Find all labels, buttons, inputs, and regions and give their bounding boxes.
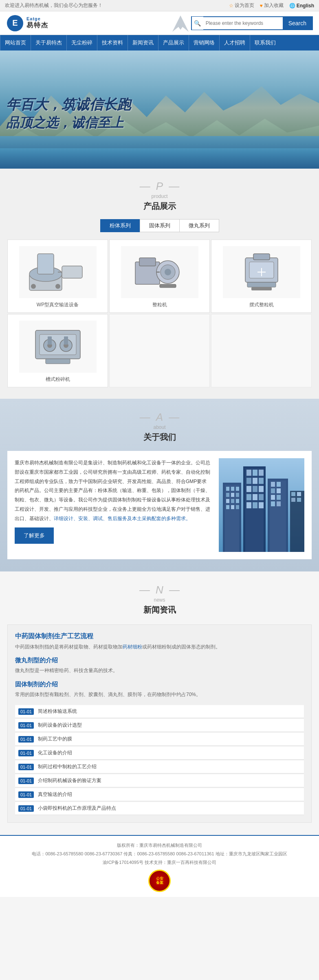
svg-rect-38 xyxy=(226,493,229,497)
nav-home[interactable]: 网站首页 xyxy=(0,35,31,51)
news-link-5[interactable]: 介绍制药机械设备的验证方案 xyxy=(38,777,101,784)
svg-rect-25 xyxy=(46,359,70,364)
date-2: 01-01 xyxy=(18,736,34,743)
svg-rect-37 xyxy=(236,487,239,491)
news-desc-3: 常用的固体剂型有颗粒剂、片剂、胶囊剂、滴丸剂、膜剂等，在药物制剂中约占70%。 xyxy=(15,690,304,699)
news-dash-left: — xyxy=(139,584,150,596)
svg-rect-69 xyxy=(277,488,281,493)
nav-tech[interactable]: 技术资料 xyxy=(97,35,128,51)
svg-rect-36 xyxy=(231,487,234,491)
search-input[interactable] xyxy=(203,17,283,29)
svg-rect-61 xyxy=(246,502,251,508)
news-link-0[interactable]: 简述粉体输送系统 xyxy=(38,708,77,715)
nav-contact[interactable]: 联系我们 xyxy=(250,35,280,51)
news-header: — N — news 新闻资讯 xyxy=(7,584,312,615)
news-section: — N — news 新闻资讯 中药固体制剂生产工艺流程 中药固体制剂指的是将药… xyxy=(0,571,319,835)
products-dash-right: — xyxy=(169,180,179,193)
date-1: 01-01 xyxy=(18,722,34,729)
star-icon: ☆ xyxy=(229,3,233,9)
svg-rect-77 xyxy=(291,498,295,502)
svg-rect-52 xyxy=(246,478,251,484)
search-box: 🔍 Search xyxy=(191,16,313,30)
news-title-2[interactable]: 微丸剂型的介绍 xyxy=(15,657,304,664)
tab-pellet[interactable]: 微丸系列 xyxy=(179,219,219,232)
about-header: — A — about 关于我们 xyxy=(7,411,312,443)
welcome-text: 欢迎进入易特杰机械，我们会尽心为您服务！ xyxy=(5,2,103,9)
svg-rect-51 xyxy=(259,470,264,476)
svg-rect-42 xyxy=(231,499,234,503)
svg-rect-30 xyxy=(48,336,52,345)
svg-rect-75 xyxy=(291,492,295,496)
product-card-4[interactable]: 槽式粉碎机 xyxy=(7,314,108,387)
news-en: news xyxy=(7,597,312,603)
product-img-4 xyxy=(19,321,97,373)
news-link-2[interactable]: 制药工艺中的膜 xyxy=(38,736,72,743)
list-item-5[interactable]: 01-01 介绍制药机械设备的验证方案 xyxy=(15,774,304,787)
products-en: product xyxy=(7,193,312,199)
list-item-1[interactable]: 01-01 制药设备的设计选型 xyxy=(15,719,304,732)
nav-recruit[interactable]: 人才招聘 xyxy=(220,35,250,51)
product-name-4: 槽式粉碎机 xyxy=(46,376,70,383)
svg-rect-41 xyxy=(226,499,229,503)
product-card-3[interactable]: 摆式整粒机 xyxy=(211,240,312,313)
about-image xyxy=(219,458,304,552)
svg-rect-53 xyxy=(253,478,257,484)
nav-marketing[interactable]: 营销网络 xyxy=(189,35,220,51)
list-item-3[interactable]: 01-01 化工设备的介绍 xyxy=(15,747,304,760)
nav-about[interactable]: 关于易特杰 xyxy=(31,35,67,51)
product-name-1: WP型真空输送设备 xyxy=(37,301,79,308)
news-article-3: 固体制剂的介绍 常用的固体剂型有颗粒剂、片剂、胶囊剂、滴丸剂、膜剂等，在药物制剂… xyxy=(15,681,304,699)
svg-text:E: E xyxy=(12,18,18,27)
products-letter: P xyxy=(156,180,163,193)
language-selector[interactable]: 🌐 English xyxy=(289,3,314,9)
svg-rect-67 xyxy=(277,482,281,487)
news-link-6[interactable]: 真空输送的介绍 xyxy=(38,791,72,798)
about-text-area: 重庆市易特杰机械制造有限公司是集设计、制造制药机械和化工设备于一体的企业。公司总… xyxy=(15,458,211,552)
learn-more-button[interactable]: 了解更多 xyxy=(15,527,54,544)
svg-rect-20 xyxy=(251,287,272,290)
news-link-1[interactable]: 制药设备的设计选型 xyxy=(38,722,82,729)
list-item-0[interactable]: 01-01 简述粉体输送系统 xyxy=(15,705,304,718)
list-item-4[interactable]: 01-01 制药过程中制粒的工艺介绍 xyxy=(15,760,304,773)
svg-rect-73 xyxy=(277,501,281,506)
news-link-4[interactable]: 制药过程中制粒的工艺介绍 xyxy=(38,763,97,770)
hero-banner: 年百大，筑诚信长跑 品顶之选，诚信至上 xyxy=(0,51,319,169)
set-home-link[interactable]: ☆ 设为首页 xyxy=(229,2,254,9)
top-bar: 欢迎进入易特杰机械，我们会尽心为您服务！ ☆ 设为首页 ♥ 加入收藏 🌐 Eng… xyxy=(0,0,319,11)
svg-rect-72 xyxy=(271,501,275,506)
news-title-3[interactable]: 固体制剂的介绍 xyxy=(15,681,304,688)
product-card-1[interactable]: WP型真空输送设备 xyxy=(7,240,108,313)
product-card-2[interactable]: 整粒机 xyxy=(109,240,210,313)
products-header: — P — product 产品展示 xyxy=(7,180,312,212)
list-item-7[interactable]: 01-01 小袋即投料机的工作原理及产品特点 xyxy=(15,802,304,815)
svg-rect-76 xyxy=(297,492,301,496)
main-nav: 网站首页 关于易特杰 无尘粉碎 技术资料 新闻资讯 产品展示 营销网络 人才招聘… xyxy=(0,35,319,51)
footer-copyright: 版权所有：重庆市易特杰机械制造有限公司 xyxy=(7,842,312,848)
product-img-2 xyxy=(121,246,198,298)
nav-news[interactable]: 新闻资讯 xyxy=(128,35,158,51)
svg-rect-60 xyxy=(259,494,264,500)
list-item-6[interactable]: 01-01 真空输送的介绍 xyxy=(15,788,304,801)
search-button[interactable]: Search xyxy=(283,16,312,30)
news-title-1[interactable]: 中药固体制剂生产工艺流程 xyxy=(15,632,304,641)
product-name-3: 摆式整粒机 xyxy=(249,301,274,308)
svg-rect-50 xyxy=(253,470,257,476)
footer: 版权所有：重庆市易特杰机械制造有限公司 电话：0086-23-65785580 … xyxy=(0,835,319,897)
logo-icon: E xyxy=(6,14,24,32)
product-img-1 xyxy=(19,246,97,298)
news-list: 01-01 简述粉体输送系统 01-01 制药设备的设计选型 01-01 制药工… xyxy=(15,705,304,815)
tab-powder[interactable]: 粉体系列 xyxy=(100,219,140,232)
logo[interactable]: E Eatge 易特杰 xyxy=(6,14,48,32)
news-link-7[interactable]: 小袋即投料机的工作原理及产品特点 xyxy=(38,805,116,812)
svg-rect-49 xyxy=(246,470,251,476)
about-paragraph: 重庆市易特杰机械制造有限公司是集设计、制造制药机械和化工设备于一体的企业。公司总… xyxy=(15,458,211,523)
svg-rect-35 xyxy=(226,487,229,491)
list-item-2[interactable]: 01-01 制药工艺中的膜 xyxy=(15,733,304,746)
news-link-3[interactable]: 化工设备的介绍 xyxy=(38,749,72,756)
svg-rect-4 xyxy=(37,254,54,274)
nav-powder[interactable]: 无尘粉碎 xyxy=(67,35,97,51)
tab-solid[interactable]: 固体系列 xyxy=(140,219,179,232)
nav-products[interactable]: 产品展示 xyxy=(158,35,189,51)
products-section: — P — product 产品展示 粉体系列 固体系列 微丸系列 xyxy=(0,169,319,399)
bookmark-link[interactable]: ♥ 加入收藏 xyxy=(260,2,284,9)
